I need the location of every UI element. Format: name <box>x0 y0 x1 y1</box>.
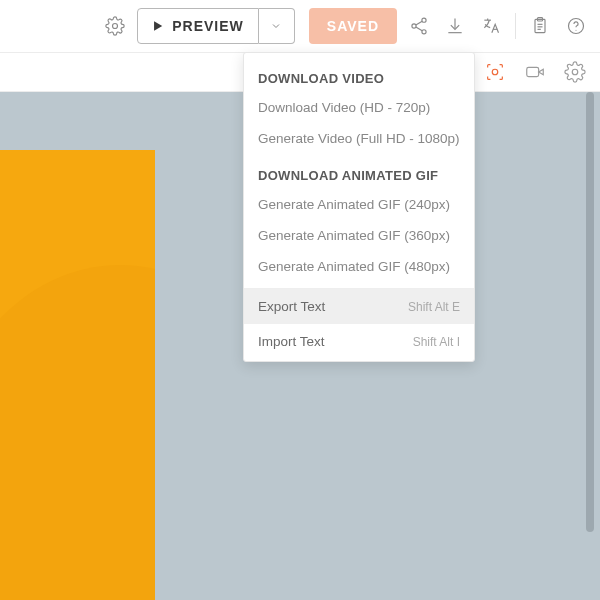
settings-icon[interactable] <box>101 12 129 40</box>
gear-icon[interactable] <box>562 59 588 85</box>
svg-point-12 <box>576 30 577 31</box>
menu-item-gif-480[interactable]: Generate Animated GIF (480px) <box>244 251 474 282</box>
svg-line-5 <box>416 27 422 31</box>
menu-item-generate-video-fullhd[interactable]: Generate Video (Full HD - 1080p) <box>244 123 474 154</box>
toolbar-divider <box>515 13 516 39</box>
svg-point-13 <box>492 69 498 75</box>
svg-line-4 <box>416 21 422 25</box>
menu-item-gif-360[interactable]: Generate Animated GIF (360px) <box>244 220 474 251</box>
scrollbar-thumb[interactable] <box>586 92 594 532</box>
scrollbar[interactable] <box>586 92 594 596</box>
menu-section-video-header: DOWNLOAD VIDEO <box>244 63 474 92</box>
svg-point-15 <box>572 69 578 75</box>
canvas-shape <box>0 150 155 600</box>
preview-label: PREVIEW <box>172 18 244 34</box>
shortcut-label: Shift Alt E <box>408 300 460 314</box>
menu-item-gif-240[interactable]: Generate Animated GIF (240px) <box>244 189 474 220</box>
svg-point-2 <box>412 24 416 28</box>
translate-icon[interactable] <box>477 12 505 40</box>
preview-button[interactable]: PREVIEW <box>137 8 259 44</box>
menu-item-import-text[interactable]: Import Text Shift Alt I <box>244 324 474 359</box>
menu-item-download-video-hd[interactable]: Download Video (HD - 720p) <box>244 92 474 123</box>
share-icon[interactable] <box>405 12 433 40</box>
saved-label: SAVED <box>327 18 379 34</box>
svg-point-0 <box>113 24 118 29</box>
svg-point-1 <box>422 18 426 22</box>
menu-section-gif-header: DOWNLOAD ANIMATED GIF <box>244 154 474 189</box>
shortcut-label: Shift Alt I <box>413 335 460 349</box>
svg-point-3 <box>422 30 426 34</box>
top-toolbar: PREVIEW SAVED <box>0 0 600 52</box>
help-icon[interactable] <box>562 12 590 40</box>
preview-dropdown-button[interactable] <box>259 8 295 44</box>
saved-button: SAVED <box>309 8 397 44</box>
preview-group: PREVIEW <box>137 8 295 44</box>
record-frame-icon[interactable] <box>482 59 508 85</box>
download-icon[interactable] <box>441 12 469 40</box>
camera-icon[interactable] <box>522 59 548 85</box>
clipboard-icon[interactable] <box>526 12 554 40</box>
download-menu: DOWNLOAD VIDEO Download Video (HD - 720p… <box>243 52 475 362</box>
svg-rect-14 <box>527 67 539 76</box>
menu-item-export-text[interactable]: Export Text Shift Alt E <box>244 289 474 324</box>
